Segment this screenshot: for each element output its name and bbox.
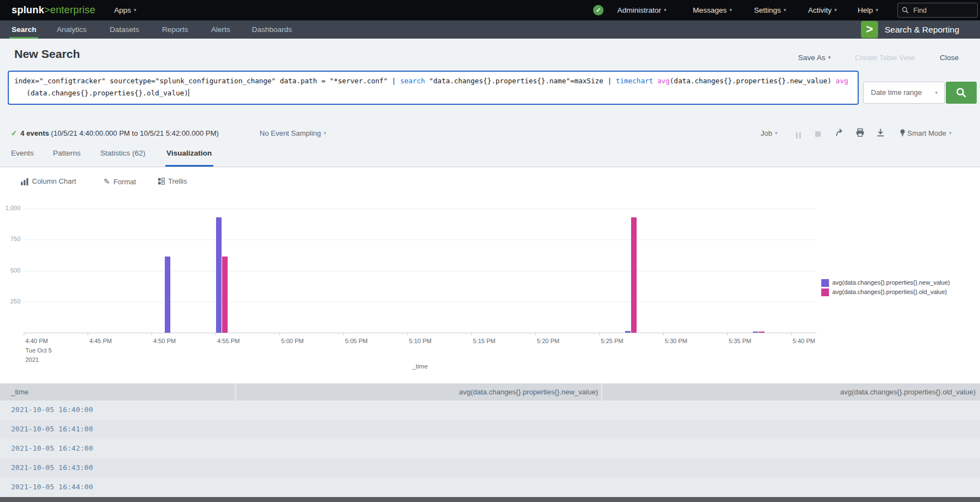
save-as-button[interactable]: Save As▾ <box>798 54 831 62</box>
format-button[interactable]: ✎ Format <box>104 177 136 186</box>
chart-bar-new-value[interactable] <box>753 332 758 333</box>
table-header-time[interactable]: _time <box>11 383 29 400</box>
close-button[interactable]: Close <box>940 54 959 62</box>
chart-type-picker[interactable]: Column Chart <box>21 177 76 185</box>
chevron-down-icon: ▾ <box>834 0 837 20</box>
query-token <box>653 77 658 85</box>
table-row[interactable]: 2021-10-05 16:40:00 <box>0 400 980 420</box>
x-axis-tick <box>471 333 472 335</box>
table-row[interactable]: 2021-10-05 16:44:00 <box>0 478 980 497</box>
search-query-input[interactable]: index="_configtracker" sourcetype="splun… <box>8 71 859 105</box>
messages-menu[interactable]: Messages▾ <box>693 0 732 20</box>
nav-tab-reports[interactable]: Reports <box>162 20 188 39</box>
x-axis-tick-label: 4:50 PM <box>153 338 176 344</box>
splunk-enterprise-logo[interactable]: splunk>enterprise <box>12 0 95 20</box>
table-header-old-value[interactable]: avg(data.changes{}.properties{}.old_valu… <box>602 383 976 400</box>
nav-tab-alerts[interactable]: Alerts <box>211 20 230 39</box>
export-download-icon[interactable] <box>876 128 886 138</box>
apps-menu[interactable]: Apps▾ <box>114 0 136 20</box>
print-icon[interactable] <box>855 128 865 138</box>
nav-tab-analytics[interactable]: Analytics <box>57 20 87 39</box>
legend-label[interactable]: avg(data.changes{}.properties{}.old_valu… <box>832 288 947 296</box>
x-axis-tick-label: 5:05 PM <box>345 338 368 344</box>
cell-time[interactable]: 2021-10-05 16:42:00 <box>11 444 93 452</box>
active-result-tab-underline <box>165 165 213 167</box>
text-cursor <box>189 89 189 97</box>
x-axis-tick <box>407 333 408 335</box>
chart-bar-old-value[interactable] <box>222 257 228 333</box>
x-axis-tick <box>24 333 24 335</box>
share-job-icon[interactable] <box>835 128 845 138</box>
query-line-2: (data.changes{}.properties{}.old_value) <box>14 87 852 99</box>
chart-bar-new-value[interactable] <box>165 257 170 333</box>
chart-bar-new-value[interactable] <box>216 217 222 333</box>
x-axis-tick <box>599 333 600 335</box>
pause-job-icon <box>796 131 803 137</box>
x-axis-date-label: 2021 <box>25 356 39 363</box>
tab-events[interactable]: Events <box>11 149 34 157</box>
x-axis-tick-label: 5:10 PM <box>409 338 432 344</box>
event-sampling-label: No Event Sampling <box>260 129 321 137</box>
chevron-down-icon: ▾ <box>876 0 879 20</box>
app-name: Search & Reporting <box>885 20 959 39</box>
y-axis-tick-label: 500 <box>0 267 20 274</box>
tab-patterns[interactable]: Patterns <box>53 149 80 157</box>
legend-label[interactable]: avg(data.changes{}.properties{}.new_valu… <box>832 279 950 287</box>
chart-bar-old-value[interactable] <box>631 217 637 333</box>
chevron-down-icon: ▾ <box>784 0 787 20</box>
find-search-box[interactable] <box>897 3 978 18</box>
query-line-2-text: (data.changes{}.properties{}.old_value) <box>26 89 189 97</box>
x-axis-tick-label: 4:45 PM <box>89 338 112 344</box>
chevron-down-icon: ▾ <box>664 0 667 20</box>
x-axis-tick-label: 5:00 PM <box>281 338 304 344</box>
cell-time[interactable]: 2021-10-05 16:44:00 <box>11 483 93 491</box>
job-menu[interactable]: Job▾ <box>761 129 778 137</box>
table-row[interactable]: 2021-10-05 16:41:00 <box>0 420 980 439</box>
query-token: avg <box>658 77 670 85</box>
search-reporting-logo[interactable]: > <box>861 21 878 38</box>
chart-bar-old-value[interactable] <box>759 332 764 333</box>
time-range-picker[interactable]: Date time range▾ <box>863 82 945 104</box>
nav-tab-search[interactable]: Search <box>12 20 36 39</box>
x-axis-tick-label: 5:30 PM <box>665 338 687 344</box>
tab-visualization[interactable]: Visualization <box>166 149 212 157</box>
chart-bar-new-value[interactable] <box>625 331 631 333</box>
x-axis-tick-label: 4:40 PM <box>25 338 48 344</box>
table-row[interactable]: 2021-10-05 16:42:00 <box>0 439 980 458</box>
user-menu-administrator[interactable]: Administrator▾ <box>617 0 666 20</box>
search-mode-selector[interactable]: Smart Mode▾ <box>907 129 951 137</box>
nav-tab-dashboards[interactable]: Dashboards <box>252 20 292 39</box>
x-axis-tick <box>791 333 791 335</box>
find-input[interactable] <box>912 6 973 15</box>
chevron-down-icon: ▾ <box>730 0 733 20</box>
activity-menu[interactable]: Activity▾ <box>808 0 837 20</box>
query-token: index="_configtracker" sourcetype="splun… <box>14 77 400 85</box>
cell-time[interactable]: 2021-10-05 16:40:00 <box>11 405 93 414</box>
tab-statistics[interactable]: Statistics (62) <box>100 149 146 157</box>
stop-job-icon <box>815 131 821 137</box>
help-menu[interactable]: Help▾ <box>858 0 878 20</box>
table-row[interactable]: 2021-10-05 16:43:00 <box>0 458 980 478</box>
x-axis-tick-label: 5:25 PM <box>601 338 623 344</box>
x-axis-tick <box>343 333 344 335</box>
x-axis-date-label: Tue Oct 5 <box>25 347 52 354</box>
chevron-down-icon: ▾ <box>324 130 326 136</box>
chart-gridline <box>24 302 816 302</box>
nav-tab-datasets[interactable]: Datasets <box>110 20 139 39</box>
cell-time[interactable]: 2021-10-05 16:41:00 <box>11 425 93 433</box>
health-check-icon[interactable]: ✓ <box>593 5 604 15</box>
trellis-button[interactable]: Trellis <box>158 177 187 185</box>
run-search-button[interactable] <box>946 82 977 104</box>
table-header-new-value[interactable]: avg(data.changes{}.properties{}.new_valu… <box>236 383 598 400</box>
query-token: timechart <box>616 77 653 85</box>
page-title: New Search <box>14 47 80 61</box>
event-sampling-menu[interactable]: No Event Sampling▾ <box>260 129 326 137</box>
search-time-range: (10/5/21 4:40:00.000 PM to 10/5/21 5:42:… <box>51 129 219 137</box>
chevron-down-icon: ▾ <box>949 130 952 136</box>
legend-swatch <box>821 289 829 296</box>
settings-menu[interactable]: Settings▾ <box>754 0 786 20</box>
search-icon <box>956 87 967 98</box>
time-range-label: Date time range <box>871 88 922 97</box>
y-axis-tick-label: 750 <box>0 236 20 242</box>
cell-time[interactable]: 2021-10-05 16:43:00 <box>11 463 93 472</box>
